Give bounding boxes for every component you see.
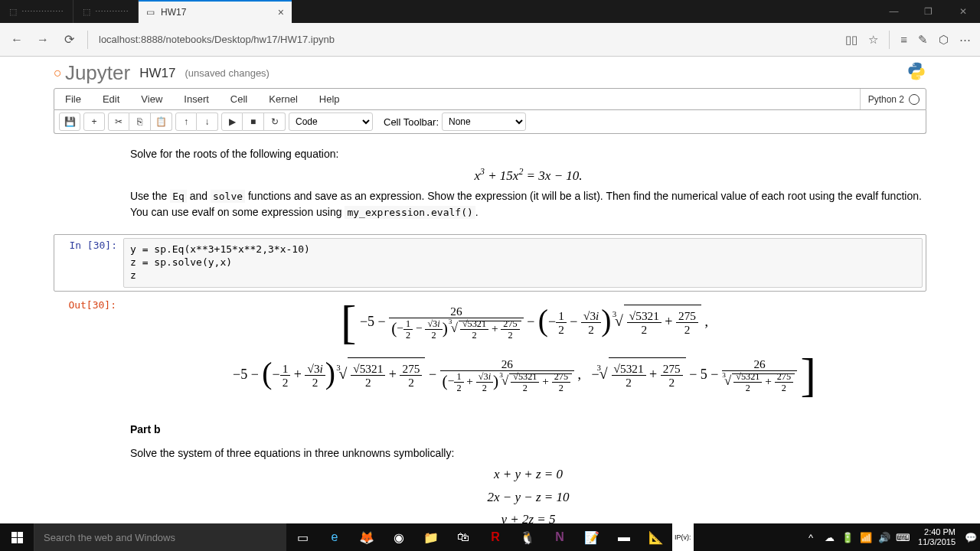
back-button[interactable]: ← bbox=[9, 33, 24, 47]
menu-file[interactable]: File bbox=[54, 89, 92, 109]
notebook-status: (unsaved changes) bbox=[185, 67, 270, 79]
maximize-button[interactable]: ❐ bbox=[911, 0, 946, 23]
browser-addressbar: ← → ⟳ localhost:8888/notebooks/Desktop/h… bbox=[0, 23, 980, 57]
reading-view-icon[interactable]: ▯▯ bbox=[845, 33, 858, 47]
explorer-icon[interactable]: 📁 bbox=[415, 523, 447, 551]
share-icon[interactable]: ⬡ bbox=[939, 33, 949, 47]
python-logo-icon bbox=[906, 61, 926, 81]
tray-keyboard-icon[interactable]: ⌨ bbox=[893, 532, 912, 543]
url-field[interactable]: localhost:8888/notebooks/Desktop/hw17/HW… bbox=[99, 34, 835, 45]
jupyter-header: Jupyter HW17 (unsaved changes) bbox=[54, 57, 926, 88]
refresh-button[interactable]: ⟳ bbox=[61, 32, 77, 47]
app-icon-1[interactable]: 🐧 bbox=[511, 523, 544, 551]
markdown-cell[interactable]: Solve for the roots of the following equ… bbox=[54, 140, 926, 227]
stop-button[interactable]: ■ bbox=[243, 112, 264, 131]
ip-label[interactable]: IP(v): bbox=[672, 523, 694, 551]
tray-onedrive-icon[interactable]: ☁ bbox=[820, 532, 838, 543]
tray-wifi-icon[interactable]: 📶 bbox=[857, 532, 875, 543]
add-cell-button[interactable]: + bbox=[83, 112, 105, 131]
save-button[interactable]: 💾 bbox=[59, 112, 80, 131]
forward-button[interactable]: → bbox=[35, 33, 51, 47]
cut-button[interactable]: ✂ bbox=[108, 112, 129, 131]
notebook-title[interactable]: HW17 bbox=[139, 66, 175, 81]
tray-chevron-icon[interactable]: ^ bbox=[802, 532, 820, 543]
tray-volume-icon[interactable]: 🔊 bbox=[875, 532, 893, 543]
window-close-button[interactable]: ✕ bbox=[946, 0, 980, 23]
app-icon-2[interactable]: 📝 bbox=[576, 523, 608, 551]
markdown-partb[interactable]: Part b Solve the system of three equatio… bbox=[54, 406, 926, 536]
page-icon: ▭ bbox=[146, 7, 155, 18]
browser-titlebar: ⬚⋯⋯⋯⋯⋯ ⬚⋯⋯⋯⋯ ▭ HW17 × — ❐ ✕ bbox=[0, 0, 980, 23]
close-tab-icon[interactable]: × bbox=[278, 6, 284, 18]
move-down-button[interactable]: ↓ bbox=[197, 112, 218, 131]
restart-button[interactable]: ↻ bbox=[264, 112, 286, 131]
start-button[interactable] bbox=[0, 523, 34, 551]
background-tab-2[interactable]: ⬚⋯⋯⋯⋯ bbox=[74, 0, 139, 23]
math-output: [ −5 − 26(−12 − √3i2) 3√√53212 + 2752 − … bbox=[122, 295, 926, 406]
tray-battery-icon[interactable]: 🔋 bbox=[838, 532, 857, 543]
menu-kernel[interactable]: Kernel bbox=[258, 89, 309, 109]
code-cell[interactable]: In [30]: y = sp.Eq(x**3+15*x**2,3*x-10) … bbox=[54, 234, 926, 292]
hub-icon[interactable]: ≡ bbox=[900, 33, 907, 46]
jupyter-logo[interactable]: Jupyter bbox=[54, 61, 130, 85]
terminal-icon[interactable]: ▬ bbox=[608, 523, 640, 551]
out-prompt: Out[30]: bbox=[54, 295, 122, 406]
in-prompt: In [30]: bbox=[54, 235, 123, 291]
store-icon[interactable]: 🛍 bbox=[447, 523, 479, 551]
menu-cell[interactable]: Cell bbox=[220, 89, 258, 109]
menu-view[interactable]: View bbox=[130, 89, 173, 109]
webnote-icon[interactable]: ✎ bbox=[918, 33, 928, 47]
windows-taskbar: Search the web and Windows ▭ e 🦊 ◉ 📁 🛍 R… bbox=[0, 523, 980, 551]
minimize-button[interactable]: — bbox=[877, 0, 911, 23]
paste-button[interactable]: 📋 bbox=[151, 112, 172, 131]
task-view-icon[interactable]: ▭ bbox=[286, 523, 318, 551]
jupyter-menubar: File Edit View Insert Cell Kernel Help P… bbox=[54, 88, 926, 110]
code-input[interactable]: y = sp.Eq(x**3+15*x**2,3*x-10) z = sp.so… bbox=[123, 238, 923, 288]
r-icon[interactable]: R bbox=[479, 523, 511, 551]
run-button[interactable]: ▶ bbox=[221, 112, 243, 131]
more-icon[interactable]: ⋯ bbox=[959, 33, 971, 47]
jupyter-toolbar: 💾 + ✂ ⎘ 📋 ↑ ↓ ▶ ■ ↻ Code Cell Toolbar: N… bbox=[54, 110, 926, 134]
copy-button[interactable]: ⎘ bbox=[129, 112, 151, 131]
background-tab-1[interactable]: ⬚⋯⋯⋯⋯⋯ bbox=[0, 0, 74, 23]
output-cell: Out[30]: [ −5 − 26(−12 − √3i2) 3√√53212 … bbox=[54, 295, 926, 406]
browser-tab-active[interactable]: ▭ HW17 × bbox=[139, 0, 292, 23]
notebook-body: Solve for the roots of the following equ… bbox=[54, 134, 926, 536]
notifications-icon[interactable]: 💬 bbox=[962, 532, 980, 543]
cell-type-select[interactable]: Code bbox=[289, 112, 373, 131]
cell-toolbar-label: Cell Toolbar: bbox=[384, 116, 439, 128]
edge-icon[interactable]: e bbox=[318, 523, 351, 551]
firefox-icon[interactable]: 🦊 bbox=[351, 523, 383, 551]
cell-toolbar-select[interactable]: None bbox=[442, 112, 526, 131]
favorite-icon[interactable]: ☆ bbox=[868, 33, 878, 47]
taskbar-search[interactable]: Search the web and Windows bbox=[34, 523, 286, 551]
system-tray: ^ ☁ 🔋 📶 🔊 ⌨ 2:40 PM 11/3/2015 💬 bbox=[802, 523, 980, 551]
chrome-icon[interactable]: ◉ bbox=[383, 523, 415, 551]
onenote-icon[interactable]: N bbox=[544, 523, 576, 551]
taskbar-clock[interactable]: 2:40 PM 11/3/2015 bbox=[912, 527, 962, 547]
kernel-indicator: Python 2 bbox=[860, 89, 920, 109]
move-up-button[interactable]: ↑ bbox=[175, 112, 197, 131]
menu-help[interactable]: Help bbox=[309, 89, 351, 109]
menu-edit[interactable]: Edit bbox=[92, 89, 130, 109]
matlab-icon[interactable]: 📐 bbox=[640, 523, 672, 551]
menu-insert[interactable]: Insert bbox=[173, 89, 220, 109]
